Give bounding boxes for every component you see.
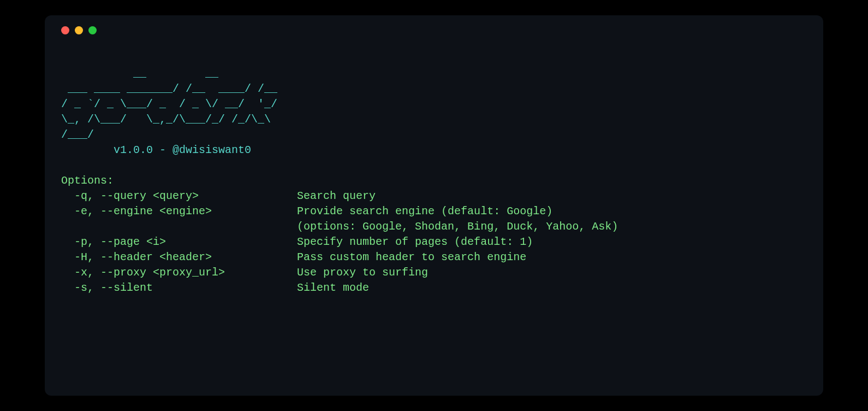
version-line: v1.0.0 - @dwisiswant0 <box>61 144 251 156</box>
terminal-output: __ __ ___ ____ _______/ /__ ____/ /__ / … <box>61 51 807 296</box>
ascii-logo: __ __ ___ ____ _______/ /__ ____/ /__ / … <box>61 67 277 141</box>
options-block: Options: -q, --query <query> Search quer… <box>61 174 618 294</box>
minimize-icon[interactable] <box>75 26 83 34</box>
terminal-window: __ __ ___ ____ _______/ /__ ____/ /__ / … <box>45 15 823 396</box>
options-list: -q, --query <query> Search query -e, --e… <box>61 190 618 294</box>
window-titlebar <box>61 26 807 34</box>
close-icon[interactable] <box>61 26 69 34</box>
maximize-icon[interactable] <box>88 26 97 34</box>
options-header: Options: <box>61 174 114 187</box>
